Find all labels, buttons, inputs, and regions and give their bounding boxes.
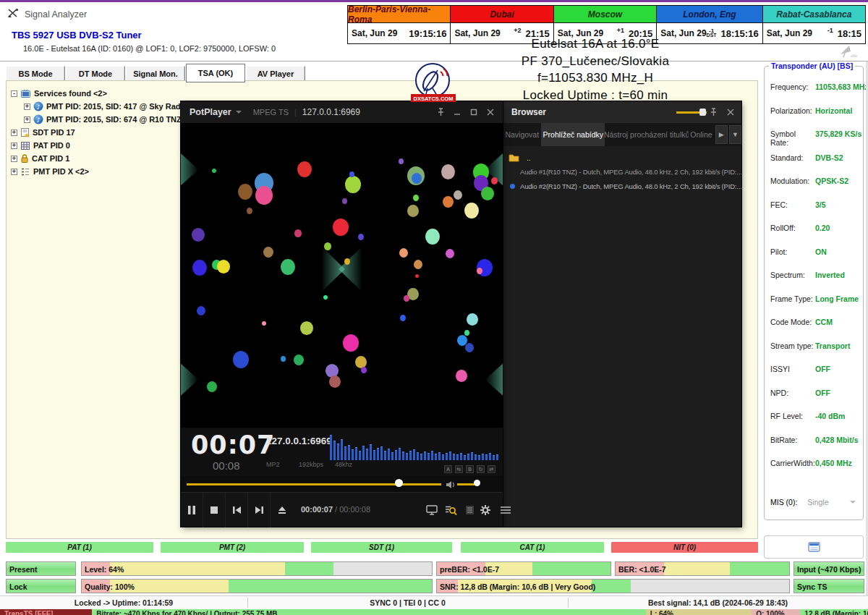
- ab-repeat-icon[interactable]: ↻: [477, 465, 485, 473]
- transponder-row: Standard:DVB-S2: [770, 153, 860, 177]
- tab-av-player[interactable]: AV Player: [246, 66, 305, 82]
- svg-text:♪: ♪: [36, 103, 41, 111]
- capture-button[interactable]: [764, 535, 864, 559]
- svg-text:★: ★: [24, 132, 30, 138]
- previous-button[interactable]: [226, 493, 248, 527]
- maximize-icon[interactable]: [469, 107, 479, 117]
- close-icon[interactable]: [485, 107, 495, 117]
- video-dot: [233, 351, 249, 368]
- eject-button[interactable]: [271, 493, 293, 527]
- stream-type-label: MPEG TS: [253, 108, 289, 116]
- expand-icon[interactable]: +: [11, 156, 17, 162]
- expand-icon[interactable]: +: [11, 169, 17, 175]
- table-badge-cat: CAT (1): [461, 542, 604, 553]
- seek-bar[interactable]: [187, 483, 441, 485]
- video-area[interactable]: [181, 123, 503, 428]
- pin-icon[interactable]: [708, 107, 718, 117]
- seek-row: [181, 476, 503, 492]
- clipped-status-segment: L: 64%: [646, 609, 752, 615]
- stop-button[interactable]: [203, 493, 226, 527]
- video-dot: [323, 295, 328, 300]
- video-dot: [324, 242, 331, 250]
- next-button[interactable]: [248, 493, 271, 527]
- expand-icon[interactable]: +: [24, 116, 30, 123]
- overlay-line-3: f=11053.830 MHz_H: [469, 71, 722, 88]
- opacity-slider-handle[interactable]: [699, 109, 706, 116]
- minimize-icon[interactable]: [452, 107, 462, 117]
- ab-repeat-icon[interactable]: B: [466, 465, 474, 473]
- transponder-row: Pilot:ON: [770, 247, 860, 271]
- table-badge-pat: PAT (1): [6, 542, 153, 553]
- screen-cast-icon[interactable]: [424, 502, 440, 518]
- tab-signal-mon-[interactable]: Signal Mon.: [126, 66, 185, 82]
- video-dot: [441, 164, 455, 179]
- total-time: 00:08: [213, 459, 240, 472]
- tab-bs-mode[interactable]: BS Mode: [6, 66, 65, 82]
- browser-tab-1[interactable]: Navigovat: [503, 123, 541, 146]
- video-dot: [446, 249, 454, 258]
- close-icon[interactable]: [726, 107, 736, 117]
- video-dot: [443, 196, 454, 208]
- table-badge-pmt: PMT (2): [161, 542, 304, 553]
- expand-icon[interactable]: +: [11, 130, 17, 136]
- seek-handle[interactable]: [395, 479, 403, 487]
- menu-hamburger-icon[interactable]: [498, 502, 514, 518]
- transponder-label: Pilot:: [770, 247, 815, 271]
- tab-tsa-ok-[interactable]: TSA (OK): [186, 64, 245, 82]
- tree-item[interactable]: -Services found <2>: [11, 87, 242, 100]
- clock-city-label: Moscow: [554, 6, 656, 23]
- titlebar: Signal Analyzer: [0, 4, 347, 23]
- browser-tab-2[interactable]: Prohlížeč nabídky: [541, 123, 605, 146]
- overlay-line-4: Locked Uptime : t=60 min: [469, 88, 722, 106]
- transponder-label: Standard:: [770, 153, 815, 177]
- video-dot: [217, 260, 230, 273]
- mis-dropdown[interactable]: Single: [807, 498, 828, 506]
- track-dot-placeholder: [510, 169, 515, 174]
- chevron-down-icon[interactable]: [850, 501, 856, 504]
- ab-repeat-icon[interactable]: ⇄: [488, 465, 495, 473]
- transponder-label: Modulation:: [770, 177, 815, 200]
- expand-icon[interactable]: +: [24, 103, 30, 110]
- transponder-value: DVB-S2: [815, 153, 843, 177]
- audio-icon: ♪: [33, 101, 43, 111]
- clock-city-label: Berlin-Paris-Vienna-Roma: [348, 6, 450, 23]
- ab-repeat-icon[interactable]: ⇆: [455, 465, 463, 473]
- logo-text: DXSATCS.COM: [414, 96, 454, 102]
- settings-gear-icon[interactable]: [477, 502, 493, 518]
- status-bar: Locked -> Uptime: 01:14:59SYNC 0 | TEI 0…: [0, 595, 868, 608]
- samplerate-label: 48khz: [335, 461, 352, 468]
- clock-time-row: Sat, Jun 2919:15:16: [348, 23, 450, 43]
- audio-track-item[interactable]: Audio #2(R10 TNZ) - Dutch, MPEG Audio, 4…: [509, 182, 741, 190]
- search-icon[interactable]: [443, 502, 459, 518]
- volume-handle[interactable]: [474, 480, 480, 486]
- transponder-row: CarrierWidth:0,450 MHz: [770, 459, 860, 483]
- video-dot: [294, 355, 304, 365]
- browser-tab-4[interactable]: Online: [689, 123, 714, 146]
- folder-up-row[interactable]: ..: [509, 153, 741, 162]
- video-dot: [263, 247, 273, 258]
- duration-time: 00:00:08: [339, 505, 370, 514]
- transponder-value: 0,428 Mbit/s: [815, 436, 859, 459]
- audio-track-item[interactable]: Audio #1(R10 TNZ) - Dutch, MPEG Audio, 4…: [509, 168, 741, 176]
- cat-icon: [20, 153, 29, 164]
- browser-tab-3[interactable]: Nástroj procházení titulků: [605, 123, 689, 146]
- statusbar-separator: [247, 598, 248, 608]
- collapse-icon[interactable]: -: [11, 90, 17, 97]
- playlist-icon[interactable]: [461, 502, 477, 518]
- speaker-icon[interactable]: [446, 479, 455, 492]
- clipped-status-segment: Bitrate: ~470 Kbps for 470 Kbps/ | Outpu…: [92, 609, 646, 615]
- video-dot: [464, 203, 479, 219]
- browser-next-icon[interactable]: ▶: [715, 125, 728, 144]
- tree-item-label: SDT PID 17: [33, 128, 75, 137]
- expand-icon[interactable]: +: [11, 143, 17, 149]
- ab-repeat-icon[interactable]: A: [444, 465, 452, 473]
- chevron-down-icon[interactable]: [236, 111, 242, 114]
- overlay-line-1: Eutelsat 16A at 16.0°E: [469, 37, 722, 54]
- pause-button[interactable]: [181, 493, 203, 527]
- selected-track-dot: [510, 184, 515, 189]
- browser-dropdown-icon[interactable]: ▼: [729, 125, 741, 144]
- transponder-label: FEC:: [770, 200, 815, 224]
- pin-icon[interactable]: [435, 107, 446, 117]
- tab-dt-mode[interactable]: DT Mode: [66, 66, 125, 82]
- transponder-label: ISSYI: [770, 365, 815, 389]
